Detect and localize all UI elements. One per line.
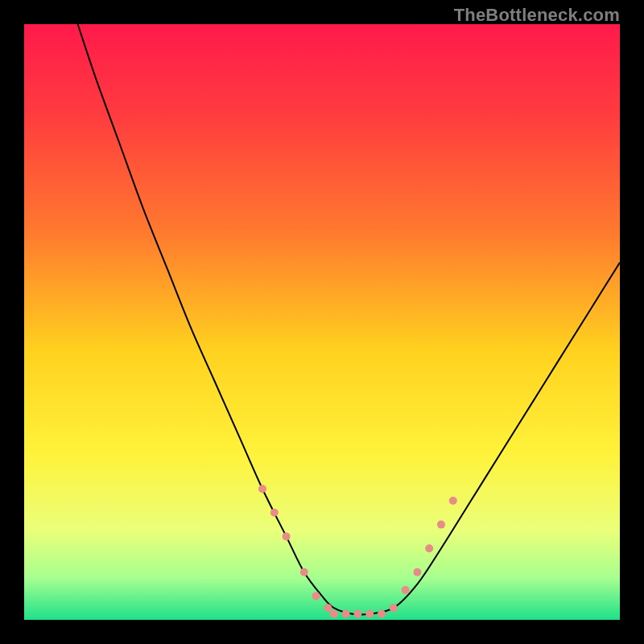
bottom-markers-point — [378, 610, 386, 618]
right-slope-markers-point — [425, 544, 433, 552]
right-slope-markers-point — [402, 586, 410, 594]
watermark-text: TheBottleneck.com — [454, 5, 620, 26]
right-slope-markers-point — [449, 497, 457, 505]
right-slope-markers-point — [413, 568, 421, 576]
plot-area — [24, 24, 620, 620]
left-slope-markers-point — [312, 592, 320, 600]
left-slope-markers-point — [258, 485, 266, 493]
right-slope-markers-point — [437, 521, 445, 529]
bottom-markers-point — [390, 604, 398, 612]
left-slope-markers-point — [300, 568, 308, 576]
bottom-markers-point — [365, 610, 374, 618]
left-slope-markers-point — [283, 532, 291, 540]
chart-frame: TheBottleneck.com — [0, 0, 644, 644]
bottom-markers-point — [353, 610, 361, 618]
bottom-markers-point — [342, 610, 350, 618]
left-slope-markers-point — [270, 509, 279, 517]
left-slope-markers-point — [324, 604, 332, 612]
gradient-rect — [24, 24, 620, 620]
plot-svg — [24, 24, 620, 620]
bottom-markers-point — [330, 610, 338, 618]
